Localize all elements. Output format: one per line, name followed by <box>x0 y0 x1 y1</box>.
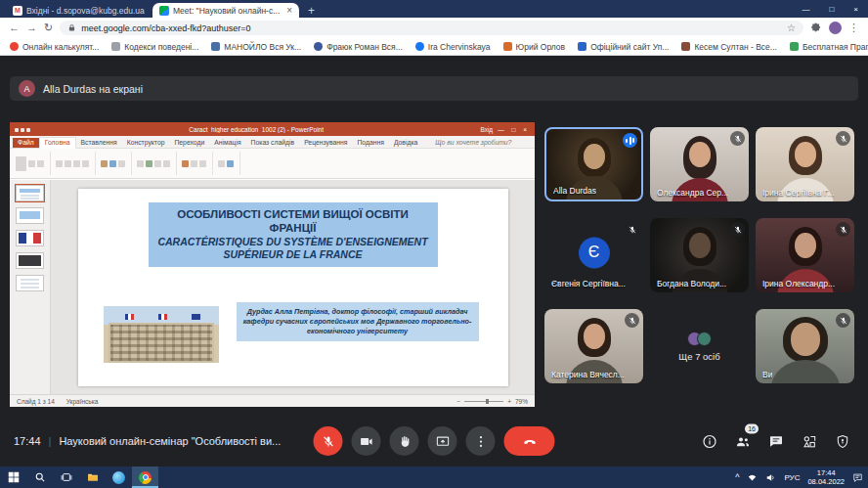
powerpoint-body: ОСОБЛИВОСТІ СИСТЕМИ ВИЩОЇ ОСВІТИ ФРАНЦІЇ… <box>10 180 535 394</box>
bookmark-item[interactable]: Юрий Орлов <box>503 42 566 52</box>
participant-tile[interactable]: Ірина Сергіївна Г... <box>756 127 854 201</box>
reload-button[interactable]: ↻ <box>44 22 53 33</box>
ribbon-group <box>182 152 213 175</box>
participant-tile[interactable]: Катерина Вячесл... <box>544 309 643 383</box>
ribbon-tab: Подання <box>352 138 388 148</box>
participant-tile[interactable]: Alla Durdas <box>544 127 643 201</box>
french-flag-icon <box>125 314 134 320</box>
volume-icon[interactable] <box>765 472 776 483</box>
chat-icon[interactable] <box>767 433 784 450</box>
host-controls-icon[interactable] <box>834 433 850 450</box>
bookmark-item[interactable]: МАНОЙЛО Вся Ук... <box>211 42 301 52</box>
call-controls <box>314 426 555 456</box>
bookmark-star-icon[interactable]: ☆ <box>787 22 796 33</box>
mic-off-icon <box>836 313 850 328</box>
bookmark-favicon <box>415 42 424 51</box>
slide-title-french: CARACTÉRISTIQUES DU SYSTÈME D'ENSEIGNEME… <box>154 236 432 261</box>
building-facade <box>108 323 214 363</box>
zoom-slider <box>464 401 503 402</box>
minimize-button[interactable]: — <box>792 5 819 14</box>
search-button[interactable] <box>26 466 53 488</box>
shared-screen-presentation: Caract_higher education_1002 (2) - Power… <box>10 122 535 407</box>
back-button[interactable]: ← <box>9 22 20 33</box>
file-explorer-icon[interactable] <box>79 466 106 488</box>
participant-avatar: Є <box>579 237 610 268</box>
participants-icon[interactable]: 16 <box>734 433 751 450</box>
participant-tile[interactable]: Олександра Сер... <box>650 127 749 201</box>
mic-off-icon <box>625 222 639 237</box>
language-indicator[interactable]: РУС <box>784 473 800 482</box>
participant-tile[interactable]: Богдана Володи... <box>650 218 749 292</box>
bookmark-item[interactable]: Фраюк Роман Вся... <box>314 42 403 52</box>
present-button[interactable] <box>428 426 457 456</box>
close-window-button[interactable]: × <box>844 5 868 14</box>
tell-me-hint: Що ви хочете зробити? <box>430 138 516 148</box>
bookmark-favicon <box>111 42 120 51</box>
bookmark-favicon <box>10 42 19 51</box>
camera-button[interactable] <box>352 426 381 456</box>
network-icon[interactable] <box>747 472 758 483</box>
presenter-avatar: A <box>19 80 35 97</box>
participant-tile[interactable]: Є Євгенія Сергіївна... <box>544 218 643 292</box>
bookmark-item[interactable]: Онлайн калькулят... <box>10 42 99 52</box>
forward-button[interactable]: → <box>26 22 37 33</box>
ribbon-tab: Довідка <box>389 138 422 148</box>
raise-hand-button[interactable] <box>390 426 419 456</box>
zoom-out-icon: − <box>456 398 460 405</box>
bookmark-item[interactable]: Ira Chervinskaya <box>415 42 491 52</box>
action-center-icon[interactable] <box>852 472 863 483</box>
start-button[interactable] <box>0 466 26 488</box>
taskbar-date: 08.04.2022 <box>807 477 845 486</box>
maximize-button[interactable]: □ <box>819 5 844 14</box>
mic-off-icon <box>730 131 745 146</box>
tab-gmail[interactable]: M Вхідні - d.sopova@kubg.edu.ua <box>6 3 152 18</box>
ribbon-group <box>101 152 132 175</box>
info-icon[interactable] <box>701 433 717 450</box>
profile-avatar[interactable] <box>829 22 842 34</box>
tray-chevron-icon[interactable]: ^ <box>735 472 739 482</box>
tab-meet[interactable]: Meet: "Науковий онлайн-с... × <box>152 3 299 18</box>
bookmark-item[interactable]: Кодекси поведені... <box>111 42 198 52</box>
bookmark-favicon <box>211 42 220 51</box>
bookmark-favicon <box>681 42 690 51</box>
ribbon-tab: Файл <box>13 138 39 148</box>
bookmark-item[interactable]: Кесем Султан - Все... <box>681 42 777 52</box>
participant-name: Катерина Вячесл... <box>551 370 625 379</box>
end-call-button[interactable] <box>504 426 555 456</box>
bookmark-item[interactable]: Бесплатная Прага... <box>790 42 868 52</box>
task-view-button[interactable] <box>53 466 79 488</box>
bookmark-item[interactable]: Офіційний сайт Уп... <box>578 42 669 52</box>
extensions-icon[interactable] <box>810 22 822 34</box>
slide-thumbnail <box>16 207 44 224</box>
close-tab-icon[interactable]: × <box>286 5 292 16</box>
powerpoint-statusbar: Слайд 1 з 14 Українська − + 79% <box>10 394 535 407</box>
chrome-icon[interactable] <box>132 466 158 488</box>
ribbon-tab: Рецензування <box>299 138 352 148</box>
meeting-panels: 16 <box>701 433 850 450</box>
participant-name: Ви <box>762 370 772 379</box>
more-options-button[interactable] <box>466 426 496 456</box>
meeting-info: 17:44 | Науковий онлайн-семінар "Особлив… <box>14 435 281 447</box>
activities-icon[interactable] <box>801 433 817 450</box>
desktop-screen: M Вхідні - d.sopova@kubg.edu.ua Meet: "Н… <box>0 0 868 488</box>
meet-app: A Alla Durdas на екрані Caract_higher ed… <box>0 56 868 466</box>
powerpoint-ribbon-tabs: Файл Головна Вставлення Конструктор Пере… <box>10 136 535 149</box>
browser-toolbar: ← → ↻ meet.google.com/cba-xxed-fkd?authu… <box>0 18 868 38</box>
self-view-tile[interactable]: Ви <box>756 309 854 383</box>
mic-button[interactable] <box>314 426 343 456</box>
powerpoint-signin: Вхід <box>480 126 493 133</box>
browser-menu-icon[interactable]: ⋮ <box>848 22 859 33</box>
address-bar[interactable]: meet.google.com/cba-xxed-fkd?authuser=0 … <box>60 21 803 35</box>
windows-taskbar: ^ РУС 17:44 08.04.2022 <box>0 466 868 488</box>
mic-off-icon <box>730 222 745 237</box>
taskbar-clock[interactable]: 17:44 08.04.2022 <box>807 468 845 487</box>
mic-off-icon <box>836 131 850 146</box>
participants-count-badge: 16 <box>745 424 759 434</box>
lock-icon <box>67 23 76 32</box>
edge-icon[interactable] <box>106 466 132 488</box>
powerpoint-window-title: Caract_higher education_1002 (2) - Power… <box>37 126 475 133</box>
overflow-participants-tile[interactable]: Ще 7 осіб <box>650 309 749 383</box>
slide-thumbnail <box>16 230 44 246</box>
participant-tile[interactable]: Ірина Олександр... <box>756 218 854 292</box>
new-tab-button[interactable]: + <box>299 3 324 18</box>
